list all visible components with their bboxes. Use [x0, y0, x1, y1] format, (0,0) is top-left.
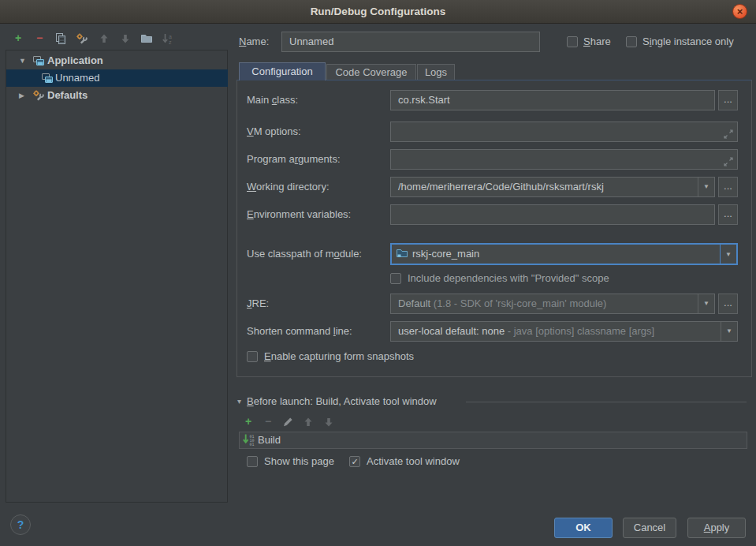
configurations-toolbar: + − az: [11, 32, 224, 46]
remove-task-icon[interactable]: −: [261, 415, 275, 429]
name-input[interactable]: Unnamed: [281, 32, 540, 52]
copy-configuration-icon[interactable]: [54, 32, 68, 47]
working-directory-browse-button[interactable]: ...: [718, 177, 738, 197]
expander-closed-icon[interactable]: ▶: [19, 87, 24, 104]
add-task-icon[interactable]: +: [241, 415, 255, 429]
jre-label: JRE:: [247, 294, 269, 314]
use-classpath-label: Use classpath of module:: [247, 244, 362, 264]
chevron-down-icon[interactable]: ▼: [698, 178, 714, 196]
tab-code-coverage[interactable]: Code Coverage: [326, 64, 416, 80]
working-directory-combobox[interactable]: /home/meriherrera/Code/Github/rsksmart/r…: [390, 177, 715, 197]
tab-logs[interactable]: Logs: [417, 64, 455, 80]
enable-capturing-checkbox[interactable]: [247, 351, 258, 362]
edit-task-icon[interactable]: [281, 416, 295, 430]
application-icon: [32, 54, 45, 67]
module-icon: [396, 247, 408, 265]
remove-configuration-icon[interactable]: −: [32, 32, 47, 46]
help-icon: ?: [17, 518, 24, 531]
chevron-down-icon[interactable]: ▼: [721, 322, 737, 341]
build-icon: 011001: [242, 433, 255, 451]
shorten-command-line-combobox[interactable]: user-local default: none - java [options…: [390, 321, 738, 342]
tree-item-unnamed-selected[interactable]: Unnamed: [6, 69, 228, 87]
single-instance-checkbox[interactable]: [626, 36, 637, 47]
main-class-browse-button[interactable]: ...: [718, 90, 738, 110]
show-this-page-checkbox[interactable]: [247, 456, 258, 467]
before-launch-separator: [466, 402, 747, 402]
apply-button[interactable]: Apply: [687, 518, 746, 538]
titlebar[interactable]: Run/Debug Configurations ×: [0, 0, 756, 24]
environment-variables-label: Environment variables:: [247, 204, 351, 225]
activate-tool-window-checkbox[interactable]: ✓: [349, 456, 360, 467]
program-arguments-label: Program arguments:: [247, 149, 341, 170]
svg-text:z: z: [169, 39, 172, 45]
working-directory-label: Working directory:: [247, 177, 330, 197]
environment-variables-input[interactable]: [390, 204, 715, 225]
show-this-page-label[interactable]: Show this page: [264, 455, 334, 468]
sort-alphabetically-icon[interactable]: az: [161, 32, 175, 47]
tree-item-label: Unnamed: [55, 69, 99, 87]
before-launch-toolbar: + −: [241, 415, 399, 429]
program-arguments-input[interactable]: [390, 149, 738, 170]
expand-editor-icon[interactable]: [723, 155, 734, 170]
include-provided-checkbox[interactable]: [390, 273, 401, 284]
name-label: Name:: [239, 32, 269, 52]
check-icon: ✓: [351, 457, 358, 466]
move-task-down-icon[interactable]: [322, 416, 336, 430]
help-button[interactable]: ?: [10, 514, 31, 535]
add-configuration-icon[interactable]: +: [11, 32, 25, 46]
before-launch-title: Before launch: Build, Activate tool wind…: [247, 395, 437, 408]
before-launch-task-build[interactable]: 011001 Build: [239, 432, 747, 449]
share-checkbox[interactable]: [567, 36, 578, 47]
folder-icon[interactable]: [140, 32, 154, 47]
environment-variables-browse-button[interactable]: ...: [718, 204, 738, 225]
share-label[interactable]: Share: [583, 36, 611, 48]
single-instance-label[interactable]: Single instance only: [642, 36, 734, 48]
application-icon: [41, 72, 54, 84]
tree-item-defaults[interactable]: ▶ Defaults: [13, 87, 234, 104]
main-class-input[interactable]: co.rsk.Start: [390, 90, 715, 110]
chevron-down-icon[interactable]: ▼: [698, 294, 714, 313]
tree-item-label: Application: [47, 52, 103, 69]
use-classpath-combobox[interactable]: rskj-core_main ▼: [390, 243, 738, 265]
configurations-tree: ▼ Application Unnamed ▶ Defaults: [6, 50, 228, 503]
include-provided-label[interactable]: Include dependencies with "Provided" sco…: [408, 272, 609, 285]
vm-options-input[interactable]: [390, 122, 738, 142]
expander-open-icon[interactable]: ▼: [19, 52, 26, 69]
close-icon[interactable]: ×: [732, 4, 747, 19]
tab-configuration[interactable]: Configuration: [239, 62, 326, 80]
cancel-button[interactable]: Cancel: [623, 518, 676, 538]
defaults-icon: [32, 89, 45, 102]
shorten-command-line-label: Shorten command line:: [247, 321, 352, 342]
edit-defaults-icon[interactable]: [75, 32, 89, 47]
svg-text:01: 01: [250, 442, 255, 447]
before-launch-collapse-icon[interactable]: ▾: [237, 395, 241, 408]
chevron-down-icon[interactable]: ▼: [720, 245, 736, 264]
move-up-icon[interactable]: [97, 32, 111, 47]
enable-capturing-label[interactable]: Enable capturing form snapshots: [264, 350, 414, 363]
jre-combobox[interactable]: Default (1.8 - SDK of 'rskj-core_main' m…: [390, 294, 715, 314]
move-down-icon[interactable]: [118, 32, 132, 47]
tree-item-label: Defaults: [47, 87, 88, 104]
ok-button[interactable]: OK: [554, 518, 613, 538]
vm-options-label: VM options:: [247, 122, 301, 142]
tree-item-application[interactable]: ▼ Application: [13, 52, 234, 69]
activate-tool-window-label[interactable]: Activate tool window: [367, 455, 460, 468]
jre-browse-button[interactable]: ...: [718, 294, 738, 314]
move-task-up-icon[interactable]: [301, 416, 315, 430]
main-class-label: Main class:: [247, 90, 298, 110]
svg-text:a: a: [169, 34, 172, 39]
expand-editor-icon[interactable]: [723, 127, 734, 142]
window-title: Run/Debug Configurations: [0, 0, 756, 24]
run-debug-configurations-dialog: Run/Debug Configurations × + − az ▼: [0, 0, 756, 546]
